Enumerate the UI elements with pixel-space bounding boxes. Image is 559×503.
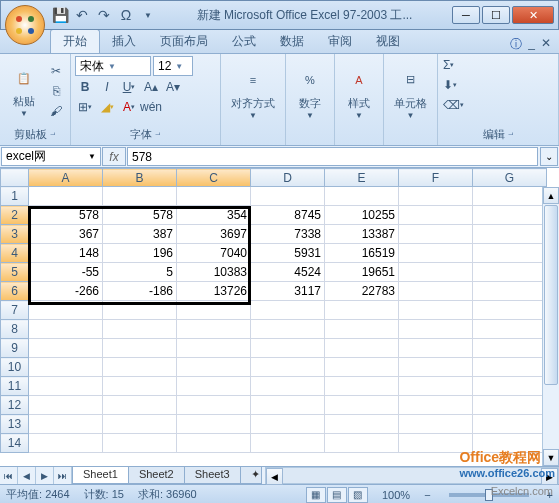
fx-button[interactable]: fx (102, 147, 126, 166)
cell[interactable]: 13387 (325, 225, 399, 244)
cell[interactable] (399, 301, 473, 320)
cell[interactable] (29, 301, 103, 320)
cell[interactable] (29, 358, 103, 377)
col-header[interactable]: C (177, 169, 251, 187)
cell[interactable]: 19651 (325, 263, 399, 282)
row-header[interactable]: 12 (1, 396, 29, 415)
cell[interactable]: 578 (103, 206, 177, 225)
format-painter-icon[interactable]: 🖌 (46, 102, 66, 120)
row-header[interactable]: 1 (1, 187, 29, 206)
cell[interactable] (29, 377, 103, 396)
row-header[interactable]: 3 (1, 225, 29, 244)
scroll-left-button[interactable]: ◀ (266, 468, 283, 485)
cell[interactable] (251, 358, 325, 377)
cell[interactable] (399, 225, 473, 244)
row-header[interactable]: 6 (1, 282, 29, 301)
cell[interactable] (399, 320, 473, 339)
cell[interactable] (473, 244, 547, 263)
row-header[interactable]: 7 (1, 301, 29, 320)
cell[interactable]: 578 (29, 206, 103, 225)
cell[interactable]: 3117 (251, 282, 325, 301)
zoom-out-button[interactable]: − (424, 489, 430, 501)
cell[interactable] (251, 339, 325, 358)
cell[interactable] (473, 206, 547, 225)
cell[interactable] (399, 339, 473, 358)
row-header[interactable]: 4 (1, 244, 29, 263)
cell[interactable] (325, 396, 399, 415)
cell[interactable] (29, 434, 103, 453)
cell[interactable] (103, 396, 177, 415)
cell[interactable]: 7040 (177, 244, 251, 263)
underline-button[interactable]: U▾ (119, 78, 139, 96)
cell[interactable] (325, 434, 399, 453)
help-icon[interactable]: ⓘ (510, 36, 522, 53)
cell[interactable]: 354 (177, 206, 251, 225)
cell[interactable]: 367 (29, 225, 103, 244)
zoom-in-button[interactable]: + (547, 489, 553, 501)
copy-icon[interactable]: ⎘ (46, 82, 66, 100)
cell[interactable] (177, 358, 251, 377)
view-layout-button[interactable]: ▤ (327, 487, 347, 503)
cell[interactable] (325, 358, 399, 377)
bold-button[interactable]: B (75, 78, 95, 96)
clear-button[interactable]: ⌫▾ (442, 96, 465, 114)
cell[interactable] (473, 396, 547, 415)
tab-data[interactable]: 数据 (268, 30, 316, 53)
cell[interactable]: 10383 (177, 263, 251, 282)
cell[interactable]: 3697 (177, 225, 251, 244)
row-header[interactable]: 13 (1, 415, 29, 434)
cell[interactable] (251, 320, 325, 339)
scroll-right-button[interactable]: ▶ (541, 468, 558, 485)
tab-home[interactable]: 开始 (50, 29, 100, 53)
cell[interactable] (177, 320, 251, 339)
tab-view[interactable]: 视图 (364, 30, 412, 53)
italic-button[interactable]: I (97, 78, 117, 96)
expand-formula-button[interactable]: ⌄ (540, 147, 558, 166)
cell[interactable] (177, 301, 251, 320)
cell[interactable]: 5931 (251, 244, 325, 263)
cell[interactable] (103, 187, 177, 206)
cell[interactable] (399, 415, 473, 434)
sheet-nav-first[interactable]: ⏮ (0, 467, 18, 484)
fill-button[interactable]: ⬇▾ (442, 76, 458, 94)
scroll-down-button[interactable]: ▼ (543, 449, 559, 466)
office-button[interactable] (5, 5, 45, 45)
cell[interactable] (325, 301, 399, 320)
shrink-font-button[interactable]: A▾ (163, 78, 183, 96)
sheet-tab-2[interactable]: Sheet2 (128, 467, 185, 484)
save-icon[interactable]: 💾 (51, 6, 69, 24)
cell[interactable] (251, 396, 325, 415)
cell[interactable]: -186 (103, 282, 177, 301)
cell[interactable] (325, 320, 399, 339)
cell[interactable] (251, 415, 325, 434)
border-button[interactable]: ⊞▾ (75, 98, 95, 116)
cell[interactable] (473, 263, 547, 282)
cell[interactable] (399, 358, 473, 377)
cell[interactable]: 22783 (325, 282, 399, 301)
row-header[interactable]: 5 (1, 263, 29, 282)
cell[interactable] (29, 396, 103, 415)
cell[interactable] (325, 415, 399, 434)
cell[interactable] (473, 434, 547, 453)
select-all-corner[interactable] (1, 169, 29, 187)
cell[interactable] (177, 187, 251, 206)
cell[interactable] (177, 415, 251, 434)
col-header[interactable]: G (473, 169, 547, 187)
formula-input[interactable]: 578 (127, 147, 538, 166)
horizontal-scrollbar[interactable]: ◀ ▶ (265, 467, 559, 484)
cell[interactable] (399, 282, 473, 301)
row-header[interactable]: 9 (1, 339, 29, 358)
cell[interactable] (177, 339, 251, 358)
cell[interactable] (325, 339, 399, 358)
number-button[interactable]: % 数字 ▼ (290, 64, 330, 122)
cell[interactable] (251, 301, 325, 320)
col-header[interactable]: D (251, 169, 325, 187)
font-color-button[interactable]: A▾ (119, 98, 139, 116)
print-icon[interactable]: Ω (117, 6, 135, 24)
tab-formulas[interactable]: 公式 (220, 30, 268, 53)
cell[interactable] (399, 206, 473, 225)
cell[interactable]: 4524 (251, 263, 325, 282)
cell[interactable] (177, 396, 251, 415)
cell[interactable] (325, 377, 399, 396)
cell[interactable] (473, 358, 547, 377)
